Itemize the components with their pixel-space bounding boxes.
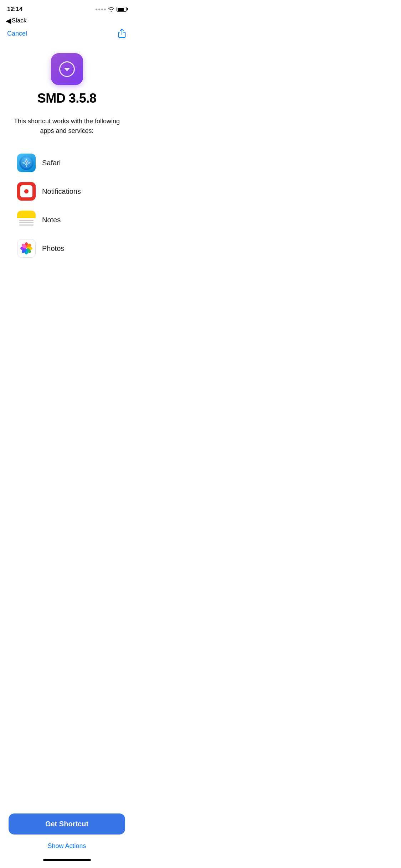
bottom-spacer (0, 270, 134, 327)
safari-icon (17, 154, 36, 172)
notif-dot (24, 189, 29, 193)
notes-line (19, 224, 34, 226)
notes-line (19, 222, 34, 223)
nav-bar: Cancel (0, 26, 134, 42)
services-list: Safari Notifications Notes (0, 149, 134, 263)
app-description: This shortcut works with the following a… (0, 117, 134, 136)
list-item: Notes (17, 206, 117, 234)
battery-icon (117, 7, 127, 12)
notes-line (19, 220, 34, 221)
back-chevron-icon: ◀ (6, 17, 11, 24)
list-item: Photos (17, 234, 117, 263)
safari-label: Safari (42, 159, 61, 167)
list-item: Notifications (17, 177, 117, 206)
notes-lines (17, 211, 36, 229)
photos-icon (17, 239, 36, 258)
share-button[interactable] (117, 29, 127, 39)
safari-compass-svg (19, 156, 34, 170)
status-bar: 12:14 (0, 0, 134, 16)
cancel-button[interactable]: Cancel (7, 30, 27, 37)
back-area: ◀ Slack (6, 17, 27, 24)
status-time: 12:14 (7, 6, 22, 13)
app-title: SMD 3.5.8 (0, 91, 134, 106)
notif-inner (20, 185, 32, 197)
list-item: Safari (17, 149, 117, 177)
notes-label: Notes (42, 216, 61, 224)
signal-dots-icon (96, 9, 106, 10)
app-icon-chevron (59, 61, 75, 77)
top-nav: ◀ Slack (0, 16, 134, 26)
notifications-icon (17, 182, 36, 201)
app-icon (51, 53, 83, 85)
wifi-icon (108, 7, 114, 12)
status-icons (96, 7, 127, 12)
photos-svg (18, 240, 35, 257)
notifications-label: Notifications (42, 187, 81, 196)
chevron-down-icon (64, 68, 70, 71)
share-icon (117, 29, 127, 38)
photos-label: Photos (42, 244, 64, 253)
notes-icon (17, 211, 36, 229)
app-icon-container (0, 53, 134, 85)
back-label: Slack (12, 17, 27, 24)
